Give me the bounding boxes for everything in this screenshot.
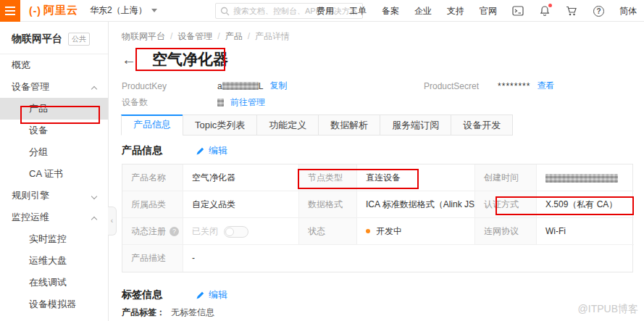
field-category-label: 所属品类 bbox=[122, 191, 183, 218]
productsecret-row: ProductSecret ******** 查看 bbox=[424, 80, 554, 92]
field-name-value: 空气净化器 bbox=[183, 164, 299, 191]
breadcrumb: 物联网平台/设备管理/产品/产品详情 bbox=[122, 30, 290, 43]
productsecret-value: ******** bbox=[498, 81, 530, 91]
dynreg-state-text: 已关闭 bbox=[192, 218, 218, 245]
region-selector[interactable]: 华东2（上海） bbox=[90, 4, 157, 17]
field-data-format-value: ICA 标准数据格式（Alink JSON） bbox=[357, 191, 475, 218]
notification-dot bbox=[548, 4, 552, 7]
view-productsecret-link[interactable]: 查看 bbox=[537, 80, 554, 92]
sidebar-item-overview[interactable]: 概览 bbox=[0, 54, 108, 76]
sidebar-item-realtime-monitor[interactable]: 实时监控 bbox=[0, 228, 108, 250]
tab-server-subscription[interactable]: 服务端订阅 bbox=[380, 114, 451, 136]
sidebar-title: 物联网平台 bbox=[12, 33, 62, 46]
productkey-row: ProductKey a L 复制 bbox=[122, 80, 287, 92]
pencil-icon bbox=[196, 146, 205, 156]
sidebar-item-device-simulator[interactable]: 设备模拟器 bbox=[0, 293, 108, 315]
product-tag-value: 无标签信息 bbox=[171, 307, 214, 317]
edit-tag-info-link[interactable]: 编辑 bbox=[196, 288, 227, 301]
productkey-mosaic bbox=[222, 82, 259, 90]
cart-icon[interactable] bbox=[566, 5, 578, 17]
field-protocol-label: 连网协议 bbox=[475, 218, 537, 245]
tag-info-section-header: 标签信息 编辑 bbox=[122, 288, 227, 301]
chevron-down-icon bbox=[91, 193, 97, 199]
topbar-right: 费用 工单 备案 企业 支持 官网 ? 简体 bbox=[317, 0, 637, 22]
topbar: (-) 阿里云 华东2（上海） 费用 工单 备案 企业 支持 官网 bbox=[0, 0, 644, 22]
device-count-row: 设备数 前往管理 bbox=[122, 96, 265, 109]
page-title: 空气净化器 bbox=[146, 48, 234, 71]
menu-billing[interactable]: 费用 bbox=[317, 5, 334, 17]
menu-icp[interactable]: 备案 bbox=[382, 5, 399, 17]
sidebar-item-device[interactable]: 设备 bbox=[0, 120, 108, 141]
caret-down-icon bbox=[151, 9, 157, 12]
field-category-value: 自定义品类 bbox=[183, 191, 299, 218]
title-row: ← 空气净化器 bbox=[122, 48, 234, 71]
field-protocol-value: Wi-Fi bbox=[537, 218, 634, 245]
tag-info-section-title: 标签信息 bbox=[122, 288, 162, 301]
notification-bell-icon[interactable] bbox=[539, 5, 551, 17]
terminal-icon[interactable] bbox=[512, 6, 524, 16]
dynreg-toggle[interactable] bbox=[224, 226, 248, 238]
tab-bar: 产品信息 Topic类列表 功能定义 数据解析 服务端订阅 设备开发 bbox=[122, 114, 513, 136]
sidebar-item-ca-cert[interactable]: CA 证书 bbox=[0, 163, 108, 185]
field-auth-label: 认证方式 bbox=[475, 191, 537, 218]
breadcrumb-product-detail: 产品详情 bbox=[255, 31, 290, 41]
field-dynreg-label: 动态注册? bbox=[122, 218, 183, 245]
field-dynreg-value: 已关闭 bbox=[183, 218, 299, 245]
product-info-table: 产品名称 空气净化器 节点类型 直连设备 创建时间 所属品类 自定义品类 数据格… bbox=[122, 164, 633, 272]
hamburger-menu-icon[interactable] bbox=[0, 0, 20, 22]
aliyun-logo-text: 阿里云 bbox=[43, 4, 78, 17]
menu-support[interactable]: 支持 bbox=[447, 5, 464, 17]
page: (-) 阿里云 华东2（上海） 费用 工单 备案 企业 支持 官网 bbox=[0, 0, 644, 321]
tab-data-parsing[interactable]: 数据解析 bbox=[318, 114, 380, 136]
sidebar-item-monitoring-ops[interactable]: 监控运维 bbox=[0, 207, 108, 228]
field-node-type-value: 直连设备 bbox=[357, 164, 475, 191]
aliyun-logo[interactable]: (-) 阿里云 bbox=[29, 4, 78, 17]
menu-tickets[interactable]: 工单 bbox=[349, 5, 367, 17]
field-node-type-label: 节点类型 bbox=[299, 164, 357, 191]
sidebar-item-online-debug[interactable]: 在线调试 bbox=[0, 272, 108, 293]
sidebar-item-group[interactable]: 分组 bbox=[0, 141, 108, 163]
menu-enterprise[interactable]: 企业 bbox=[414, 5, 432, 17]
tab-topic-list[interactable]: Topic类列表 bbox=[183, 114, 257, 136]
tab-device-development[interactable]: 设备开发 bbox=[451, 114, 513, 136]
status-badge: 开发中 bbox=[376, 226, 402, 236]
field-status-label: 状态 bbox=[299, 218, 357, 245]
aliyun-logo-mark: (-) bbox=[29, 5, 41, 17]
field-created-value bbox=[537, 164, 634, 191]
edit-product-info-link[interactable]: 编辑 bbox=[196, 144, 227, 157]
product-info-section-title: 产品信息 bbox=[122, 144, 162, 157]
product-tag-row: 产品标签：无标签信息 bbox=[122, 307, 214, 319]
product-tag-label: 产品标签： bbox=[122, 307, 165, 317]
chevron-up-icon bbox=[91, 217, 97, 222]
help-icon[interactable]: ? bbox=[593, 6, 604, 17]
field-created-label: 创建时间 bbox=[475, 164, 537, 191]
sidebar-item-rules-engine[interactable]: 规则引擎 bbox=[0, 185, 108, 207]
productsecret-label: ProductSecret bbox=[424, 81, 479, 91]
sidebar-item-device-management[interactable]: 设备管理 bbox=[0, 76, 108, 98]
sidebar-badge-public: 公共 bbox=[68, 33, 90, 46]
sidebar-collapse-handle[interactable]: ‹ bbox=[108, 207, 117, 235]
status-dot bbox=[366, 229, 370, 233]
menu-website[interactable]: 官网 bbox=[480, 5, 497, 17]
breadcrumb-iot-platform[interactable]: 物联网平台 bbox=[122, 31, 165, 41]
product-info-section-header: 产品信息 编辑 bbox=[122, 144, 227, 157]
field-name-label: 产品名称 bbox=[122, 164, 183, 191]
productkey-label: ProductKey bbox=[122, 81, 217, 91]
sidebar-item-ops-dashboard[interactable]: 运维大盘 bbox=[0, 250, 108, 272]
breadcrumb-product[interactable]: 产品 bbox=[225, 31, 243, 41]
back-arrow-icon[interactable]: ← bbox=[122, 51, 136, 68]
copy-productkey-link[interactable]: 复制 bbox=[269, 80, 287, 92]
manage-devices-link[interactable]: 前往管理 bbox=[230, 96, 265, 109]
tab-product-info[interactable]: 产品信息 bbox=[121, 114, 183, 136]
tab-feature-definition[interactable]: 功能定义 bbox=[256, 114, 319, 136]
breadcrumb-device-management[interactable]: 设备管理 bbox=[177, 31, 212, 41]
locale-switcher[interactable]: 简体 bbox=[619, 5, 637, 17]
sidebar-item-product[interactable]: 产品 bbox=[0, 98, 108, 120]
device-count-label: 设备数 bbox=[122, 96, 217, 109]
created-time-mosaic bbox=[545, 174, 618, 183]
question-circle-icon[interactable]: ? bbox=[170, 227, 179, 236]
device-count-mosaic bbox=[217, 99, 224, 107]
productkey-masked-value: a bbox=[217, 81, 222, 91]
search-icon bbox=[220, 7, 230, 16]
chevron-up-icon bbox=[91, 86, 97, 92]
